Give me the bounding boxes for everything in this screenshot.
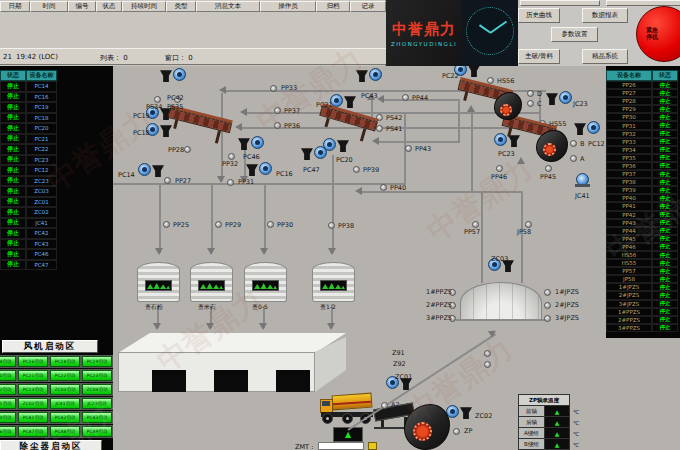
flow-arrow	[153, 323, 161, 330]
device-label: ZC02	[475, 412, 492, 420]
flow-arrow	[327, 323, 335, 330]
flow-arrow	[467, 105, 475, 112]
table-header-cell: 设备名称	[606, 70, 652, 81]
device-label: PP39	[363, 166, 379, 174]
fan-start-button[interactable]: PC21启动	[18, 370, 48, 381]
device-name: ZC02	[26, 207, 57, 218]
dust-collector-blower-icon	[330, 94, 356, 108]
temp-row-label: B绕组	[519, 439, 545, 449]
table-row: PP41停止	[606, 202, 680, 210]
device-status: 停止	[0, 92, 26, 103]
fan-start-button[interactable]: PC23启动	[82, 370, 112, 381]
device-label: Z91	[392, 349, 405, 357]
status-indicator	[544, 315, 551, 322]
device-label: PP32	[222, 160, 238, 168]
alarm-col-header: 日期	[0, 1, 30, 12]
device-status: 停止	[652, 267, 678, 275]
status-indicator	[472, 221, 479, 228]
bearing-temp-table: ZP轴承温度 前轴▲后轴▲A绕组▲B绕组▲ ℃℃℃℃	[518, 394, 570, 450]
device-status: 停止	[0, 134, 26, 145]
fan-start-button[interactable]: JC23启动	[82, 398, 112, 409]
status-indicator	[380, 184, 387, 191]
menu-button[interactable]: 数据报表	[582, 8, 628, 23]
device-status: 停止	[652, 178, 678, 186]
fan-start-button[interactable]: JC41启动	[50, 398, 80, 409]
device-status: 停止	[652, 291, 678, 299]
dust-zone-header: 除尘器启动区	[0, 440, 102, 450]
table-row: 停止PC42	[0, 228, 57, 239]
table-row: 2#JPZS停止	[606, 291, 680, 299]
device-name: 1#JPZS	[606, 283, 652, 291]
fan-start-button[interactable]: PC49启动	[82, 426, 112, 437]
status-indicator	[405, 145, 412, 152]
device-label: PP57	[464, 228, 480, 236]
flow-arrow	[355, 187, 362, 195]
status-indicator	[544, 302, 551, 309]
table-row: 停止PC20	[0, 123, 57, 134]
fan-start-button[interactable]: PC14启动	[0, 356, 16, 367]
table-row: 停止PC18	[0, 113, 57, 124]
menu-button[interactable]: 主破/骨料	[518, 49, 560, 64]
screen-leg	[463, 92, 468, 101]
alarm-table-body[interactable]	[0, 12, 386, 48]
table-row: PP45停止	[606, 235, 680, 243]
device-label: PP46	[491, 173, 507, 181]
flow-arrow	[219, 86, 226, 94]
device-status: 停止	[652, 89, 678, 97]
fan-start-button[interactable]: ZC02启动	[18, 398, 48, 409]
fan-start-button[interactable]: PC43启动	[82, 412, 112, 423]
fan-start-button[interactable]: PC19启动	[82, 356, 112, 367]
menu-button[interactable]: 参数设置	[551, 27, 598, 42]
fan-start-button[interactable]: PC40启动	[0, 412, 16, 423]
menu-top-button[interactable]	[606, 0, 680, 6]
status-window: 窗口： 0	[165, 53, 193, 63]
crusher-rotor	[413, 422, 432, 441]
device-name: PC42	[26, 228, 57, 239]
table-row: 停止PC14	[0, 81, 57, 92]
silo-label: 查米石	[198, 303, 216, 312]
device-label: ZC01	[395, 373, 412, 381]
fan-start-button[interactable]: PC16启动	[18, 356, 48, 367]
device-name: ZC01	[26, 197, 57, 208]
silo-level-indicator	[322, 282, 345, 289]
hopper-icon	[344, 95, 356, 108]
fan-start-button[interactable]: PC20启动	[0, 370, 16, 381]
menu-button[interactable]: 精品系统	[582, 49, 628, 64]
zmt-input[interactable]	[318, 442, 364, 450]
menu-button[interactable]: 历史曲线	[518, 8, 560, 23]
warehouse-roof	[118, 333, 346, 353]
device-label: PC46	[243, 153, 260, 161]
fan-start-button[interactable]: PC13启动	[18, 384, 48, 395]
device-label: PC19	[133, 112, 150, 120]
fan-start-button[interactable]: PC48启动	[50, 426, 80, 437]
warehouse-door	[214, 370, 248, 392]
device-name: PP27	[606, 89, 652, 97]
device-status-table-left: 状态设备名称 停止PC14停止PC16停止PC19停止PC18停止PC20停止P…	[0, 70, 57, 270]
silo-label: 查0-5	[252, 303, 268, 312]
device-name: PP29	[606, 105, 652, 113]
fan-start-button[interactable]: PC46启动	[0, 426, 16, 437]
hopper-icon	[356, 69, 368, 82]
fan-start-button[interactable]: PC42启动	[50, 412, 80, 423]
status-day: 21	[3, 53, 12, 61]
fan-start-button[interactable]: PC12启动	[0, 384, 16, 395]
fan-start-button[interactable]: PC47启动	[18, 426, 48, 437]
fan-start-button[interactable]: ZC03启动	[50, 384, 80, 395]
bearing-temp-title: ZP轴承温度	[519, 395, 569, 406]
fan-start-button[interactable]: ZC01启动	[0, 398, 16, 409]
device-name: PC46	[26, 249, 57, 260]
menu-top-button[interactable]	[520, 0, 600, 6]
device-label: PP45	[540, 173, 556, 181]
device-label: PP27	[175, 177, 191, 185]
silo	[190, 262, 233, 302]
device-name: PP32	[606, 130, 652, 138]
device-label: A2	[391, 401, 400, 409]
fan-start-button[interactable]: PC22启动	[50, 370, 80, 381]
fan-start-button[interactable]: PC18启动	[50, 356, 80, 367]
table-row: PP29停止	[606, 105, 680, 113]
blower-icon	[259, 162, 272, 175]
fan-start-button[interactable]: ZC04启动	[82, 384, 112, 395]
table-row: PP26停止	[606, 81, 680, 89]
fan-start-grid: PC14启动PC16启动PC18启动PC19启动PC20启动PC21启动PC22…	[0, 356, 112, 437]
fan-start-button[interactable]: PC41启动	[18, 412, 48, 423]
